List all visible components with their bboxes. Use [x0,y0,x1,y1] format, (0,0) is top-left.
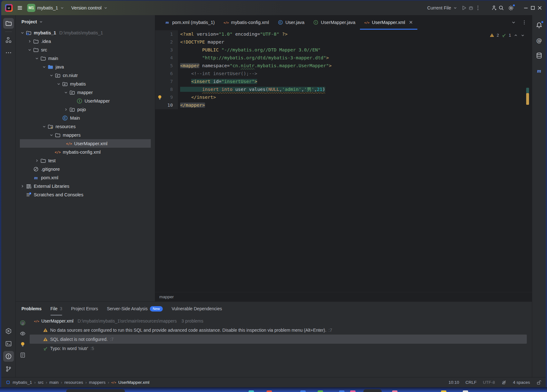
statusbar-crumb-usermapper-xml[interactable]: </>UserMapper.xml [111,380,149,385]
code-line-6[interactable]: 6 <!--int insertUser();--> [155,70,532,78]
breadcrumb-mapper[interactable]: mapper [159,294,174,299]
chevron-right-icon[interactable] [35,158,39,163]
code-with-me-button[interactable] [491,5,497,11]
tab-usermapper-xml[interactable]: </>UserMapper.xml✕ [360,15,417,30]
problem-row-typo-in-word-niutr[interactable]: Typo: In word 'niutr':5 [30,344,527,353]
tree-item-resources[interactable]: resources [16,122,155,131]
tool-strip-problems-tool[interactable] [3,351,14,362]
tree-item-main[interactable]: main [16,54,155,62]
tool-strip-version-control-tool[interactable] [3,364,14,374]
gutter-line-number[interactable]: 2 [155,38,178,46]
tree-item-mybatis-1[interactable]: mybatis_1D:\mybatis\mybatis_1 [16,28,155,37]
gutter-line-number[interactable]: 7 [155,78,178,86]
gutter-line-number[interactable]: 6 [155,70,178,78]
chevron-down-icon[interactable] [20,31,25,35]
tab-usermapper-java[interactable]: IUserMapper.java [309,15,360,30]
tree-item-idea[interactable]: .idea [16,37,155,45]
tree-item-gitignore[interactable]: .gitignore [16,165,155,173]
tree-item-src[interactable]: src [16,45,155,54]
debug-button[interactable] [468,5,474,11]
tab-close-icon[interactable]: ✕ [409,20,413,25]
tree-item-mappers[interactable]: mappers [16,131,155,139]
tab-pom-xml-mybatis-1[interactable]: mpom.xml (mybatis_1) [160,15,219,30]
tool-strip-notifications[interactable] [534,20,544,31]
ai-assistant-off-icon[interactable]: @ [501,380,507,385]
line-separator[interactable]: CRLF [465,380,476,385]
problems-toolbar-eye-icon[interactable] [18,329,27,338]
unlock-icon[interactable] [536,380,541,385]
search-everywhere-button[interactable] [498,5,504,11]
run-button[interactable] [461,5,467,11]
more-actions-kebab-icon[interactable] [475,5,481,11]
problems-tab-file[interactable]: File3 [50,302,62,316]
tool-strip-more-tools[interactable] [3,47,14,58]
gutter-line-number[interactable]: 3 [155,46,178,54]
inspections-widget[interactable]: 2 1 [488,32,526,38]
run-configuration-selector[interactable]: Current File [425,3,460,12]
tree-item-pojo[interactable]: pojo [16,105,155,114]
code-line-5[interactable]: 5<mapper namespace="cn.niutr.mybatis.map… [155,62,532,70]
code-line-10[interactable]: 10</mapper> [155,101,532,109]
gutter-line-number[interactable]: 8 [155,86,178,93]
problem-row-no-data-sources-are-configured[interactable]: No data sources are configured to run th… [30,325,527,335]
tree-item-mybatis[interactable]: mybatis [16,80,155,88]
tool-strip-terminal-tool[interactable] [3,338,14,349]
tool-strip-services-tool[interactable] [3,326,14,336]
tool-strip-project-tool[interactable] [3,18,14,29]
tree-item-mapper[interactable]: mapper [16,88,155,97]
editor[interactable]: 1<?xml version="1.0" encoding="UTF-8" ?>… [155,30,532,292]
statusbar-crumb-main[interactable]: main [50,380,59,385]
chevron-down-icon[interactable] [35,56,39,61]
chevron-down-icon[interactable] [27,48,32,52]
chevron-down-icon[interactable] [49,73,54,78]
scrollbar-warning-mark[interactable] [526,93,529,105]
problems-toolbar-report-icon[interactable] [18,350,27,360]
gutter-line-number[interactable]: 10 [155,101,178,109]
chevron-right-icon[interactable] [20,184,25,188]
editor-breadcrumbs[interactable]: mapper [155,292,532,301]
next-problem-chevron-down-icon[interactable] [521,33,525,38]
quick-fix-bulb-icon[interactable] [157,95,162,100]
gutter-line-number[interactable]: 4 [155,54,178,62]
tree-item-usermapper-xml[interactable]: </>UserMapper.xml [20,139,151,148]
chevron-down-icon[interactable] [64,90,68,95]
chevron-down-icon[interactable] [42,65,46,69]
problems-toolbar-inspection-at-icon[interactable]: @ [18,318,27,328]
code-line-1[interactable]: 1<?xml version="1.0" encoding="UTF-8" ?> [155,30,532,38]
tree-item-main[interactable]: CMain [16,114,155,122]
tree-item-cn-niutr[interactable]: cn.niutr [16,71,155,80]
main-menu-hamburger-icon[interactable] [17,5,23,11]
settings-gear-icon[interactable] [505,3,516,13]
prev-problem-chevron-up-icon[interactable] [514,33,518,38]
tab-mybatis-config-xml[interactable]: </>mybatis-config.xml [219,15,274,30]
file-encoding[interactable]: UTF-8 [483,380,495,385]
chevron-down-icon[interactable] [56,82,61,86]
cursor-position[interactable]: 10:10 [449,380,459,385]
problem-row-usermapper-xml[interactable]: </>UserMapper.xmlD:\mybatis\mybatis_1\sr… [30,316,527,325]
problems-tab-vulnerable-dependencies[interactable]: Vulnerable Dependencies [172,302,222,316]
window-maximize-button[interactable] [530,5,536,11]
window-close-button[interactable] [537,5,543,11]
tab-user-java[interactable]: CUser.java [274,15,309,30]
window-minimize-button[interactable] [523,5,529,11]
tree-item-scratches-and-consoles[interactable]: Scratches and Consoles [16,190,155,199]
project-widget[interactable]: M1 mybatis_1 [25,2,67,14]
code-line-2[interactable]: 2<!DOCTYPE mapper [155,38,532,46]
tree-item-mybatis-config-xml[interactable]: </>mybatis-config.xml [16,148,155,156]
chevron-down-icon[interactable] [49,133,54,137]
tree-item-pom-xml[interactable]: mpom.xml [16,173,155,182]
gutter-line-number[interactable]: 1 [155,30,178,38]
tree-item-test[interactable]: test [16,156,155,165]
tree-item-java[interactable]: java [16,62,155,71]
tool-strip-structure-tool[interactable] [3,35,14,45]
statusbar-crumb-src[interactable]: src [38,380,44,385]
vcs-widget[interactable]: Version control [69,3,110,12]
tab-options-kebab-icon[interactable] [522,20,527,25]
project-panel-header[interactable]: Project [16,15,155,28]
code-line-8[interactable]: 8 insert into user values(NULL,'admin','… [155,86,532,93]
hidden-tabs-chevron-icon[interactable] [511,20,516,25]
tree-item-external-libraries[interactable]: External Libraries [16,182,155,190]
problem-row-sql-dialect-is-not-configured[interactable]: SQL dialect is not configured.:7 [30,335,527,344]
tool-strip-ai-assistant[interactable]: @ [534,35,544,46]
gutter-line-number[interactable]: 5 [155,62,178,70]
